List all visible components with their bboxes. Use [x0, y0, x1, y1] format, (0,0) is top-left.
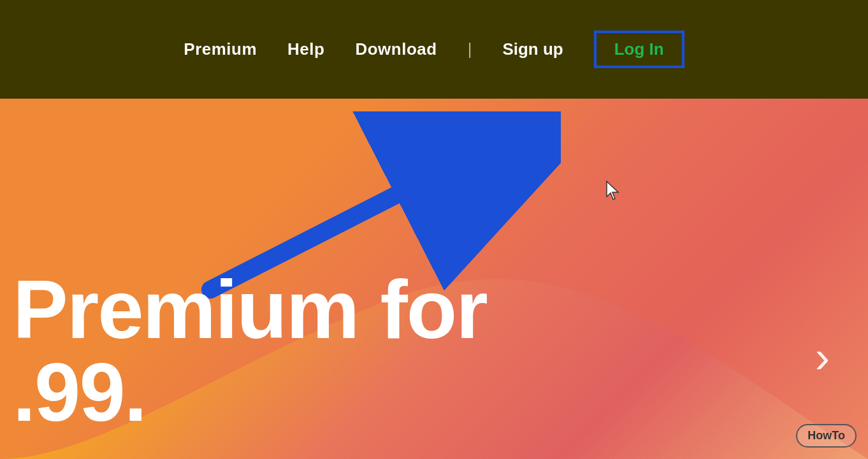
howto-badge: HowTo: [796, 424, 857, 448]
hero-text-block: Premium for .99.: [13, 268, 487, 434]
nav-divider: |: [468, 39, 472, 59]
hero-title-line2: .99.: [13, 351, 487, 434]
nav-premium[interactable]: Premium: [184, 39, 257, 59]
nav-help[interactable]: Help: [287, 39, 324, 59]
nav-signup[interactable]: Sign up: [502, 39, 563, 59]
navbar: Premium Help Download | Sign up Log In: [0, 0, 868, 99]
chevron-right-button[interactable]: ›: [815, 332, 830, 383]
hero-section: Premium for .99. › HowTo: [0, 99, 868, 459]
nav-login-button[interactable]: Log In: [594, 31, 684, 68]
navbar-inner: Premium Help Download | Sign up Log In: [184, 31, 684, 68]
nav-download[interactable]: Download: [355, 39, 437, 59]
hero-title-line1: Premium for: [13, 268, 487, 351]
